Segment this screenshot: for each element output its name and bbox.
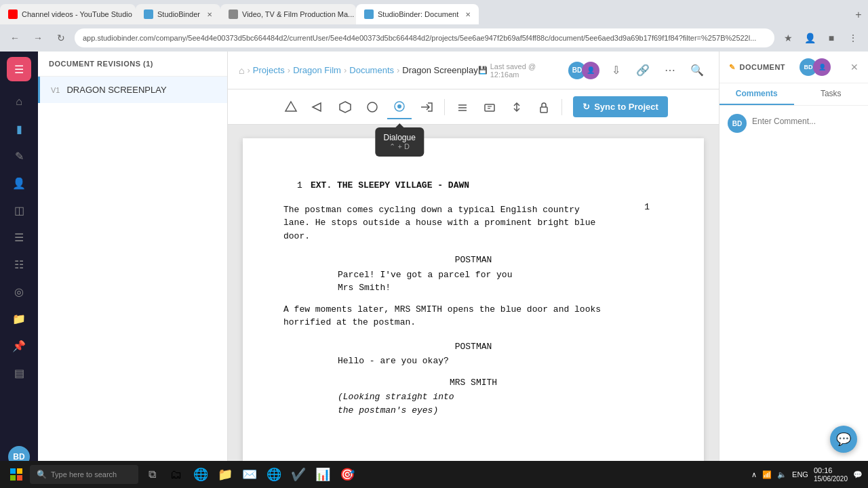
profile-icon[interactable]: 👤 bbox=[800, 28, 819, 47]
svg-marker-1 bbox=[313, 103, 321, 111]
new-tab-button[interactable]: + bbox=[849, 5, 868, 24]
rail-table-icon[interactable]: ☷ bbox=[7, 252, 31, 277]
toolbar-character[interactable] bbox=[333, 95, 357, 119]
tab-tasks[interactable]: Tasks bbox=[794, 83, 869, 105]
toolbar: Dialogue ⌃ + D ↻ Sync bbox=[228, 89, 719, 125]
svg-rect-14 bbox=[10, 468, 16, 474]
right-panel-tabs: Comments Tasks bbox=[719, 83, 868, 106]
breadcrumb-projects[interactable]: Projects bbox=[253, 65, 285, 75]
tab-document[interactable]: StudioBinder: Document ✕ bbox=[356, 4, 479, 24]
tab-sb-close[interactable]: ✕ bbox=[207, 11, 212, 18]
rail-document-icon[interactable]: ▮ bbox=[7, 117, 31, 141]
top-bar-actions: BD 👤 ⇩ 🔗 ⋯ 🔍 bbox=[568, 60, 708, 81]
chat-icon: 💬 bbox=[836, 432, 851, 447]
taskbar-edge[interactable]: 🌐 bbox=[190, 464, 212, 485]
collab-avatar-2: 👤 bbox=[582, 62, 599, 79]
rail-avatar-initials: BD bbox=[13, 452, 24, 462]
character-3: MRS SMITH bbox=[283, 376, 663, 390]
comment-input[interactable] bbox=[752, 114, 860, 129]
tab-doc-close[interactable]: ✕ bbox=[465, 11, 471, 18]
toolbar-transition[interactable] bbox=[414, 95, 439, 119]
toolbar-circle[interactable] bbox=[360, 95, 384, 119]
toolbar-list[interactable] bbox=[450, 95, 475, 119]
tray-notifications[interactable]: 💬 bbox=[853, 470, 863, 479]
taskbar-taskview[interactable]: ⧉ bbox=[141, 464, 163, 485]
sync-icon: ↻ bbox=[583, 102, 590, 112]
taskbar-folder[interactable]: 📁 bbox=[214, 464, 236, 485]
back-button[interactable]: ← bbox=[5, 28, 24, 47]
menu-icon[interactable]: ⋮ bbox=[844, 28, 863, 47]
doc-favicon bbox=[364, 9, 374, 19]
sep1: › bbox=[247, 65, 250, 75]
toolbar-dialogue[interactable]: Dialogue ⌃ + D bbox=[387, 95, 412, 119]
pencil-icon: ✎ bbox=[729, 63, 736, 72]
sync-button[interactable]: ↻ Sync to Project bbox=[573, 96, 668, 117]
toolbar-textbox[interactable] bbox=[477, 95, 502, 119]
taskbar-explorer[interactable]: 🗂 bbox=[165, 464, 187, 485]
rail-person-icon[interactable]: 👤 bbox=[7, 171, 31, 195]
address-input[interactable]: app.studiobinder.com/company/5ee4d4e0037… bbox=[75, 28, 774, 47]
chat-float-button[interactable]: 💬 bbox=[830, 426, 857, 453]
tab-studiobinder[interactable]: StudioBinder ✕ bbox=[136, 4, 220, 24]
svg-marker-0 bbox=[285, 102, 296, 111]
save-text: Last saved @ 12:16am bbox=[490, 62, 560, 79]
tab-sb-label: StudioBinder bbox=[157, 10, 200, 18]
screenplay-page[interactable]: 1 EXT. THE SLEEPY VILLAGE - DAWN 1 The p… bbox=[243, 138, 704, 488]
avatar-group: BD 👤 bbox=[568, 62, 599, 79]
logo-icon: ☰ bbox=[14, 63, 24, 76]
tab-youtube[interactable]: Channel videos - YouTube Studio ✕ bbox=[0, 4, 136, 24]
app-logo[interactable]: ☰ bbox=[7, 57, 31, 81]
tab-vid-label: Video, TV & Film Production Ma... bbox=[242, 10, 354, 18]
scene-heading-text: EXT. THE SLEEPY VILLAGE - DAWN bbox=[311, 179, 636, 192]
home-icon[interactable]: ⌂ bbox=[239, 65, 244, 76]
taskbar-chrome[interactable]: 🌐 bbox=[263, 464, 285, 485]
panel-close-icon[interactable]: ✕ bbox=[850, 62, 859, 73]
sidebar: DOCUMENT REVISIONS (1) V1 DRAGON SCREENP… bbox=[38, 52, 228, 488]
rail-filter-icon[interactable]: ▤ bbox=[7, 361, 31, 385]
taskbar-ppt[interactable]: 📊 bbox=[312, 464, 334, 485]
breadcrumb-documents[interactable]: Documents bbox=[349, 65, 394, 75]
toolbar-action[interactable] bbox=[306, 95, 330, 119]
address-text: app.studiobinder.com/company/5ee4d4e0037… bbox=[83, 34, 756, 42]
taskbar-check[interactable]: ✔️ bbox=[288, 464, 309, 485]
rail-map-icon[interactable]: ◎ bbox=[7, 279, 31, 304]
sidebar-item-v1[interactable]: V1 DRAGON SCREENPLAY bbox=[38, 77, 227, 103]
tab-comments[interactable]: Comments bbox=[719, 83, 794, 105]
toolbar-lock[interactable] bbox=[532, 95, 556, 119]
taskbar-extra[interactable]: 🎯 bbox=[336, 464, 358, 485]
tray-time: 00:16 15/06/2020 bbox=[814, 466, 848, 483]
taskbar-mail[interactable]: ✉️ bbox=[239, 464, 260, 485]
start-button[interactable] bbox=[5, 464, 27, 485]
search-glass-icon: 🔍 bbox=[37, 470, 47, 479]
sidebar-header-text: DOCUMENT REVISIONS (1) bbox=[49, 60, 153, 68]
rail-board-icon[interactable]: ◫ bbox=[7, 198, 31, 222]
rail-pin-icon[interactable]: 📌 bbox=[7, 333, 31, 358]
download-icon[interactable]: ⇩ bbox=[605, 60, 627, 81]
scene-number-right: 1 bbox=[644, 201, 650, 214]
rail-edit-icon[interactable]: ✎ bbox=[7, 144, 31, 168]
forward-button[interactable]: → bbox=[28, 28, 47, 47]
left-rail: ☰ ⌂ ▮ ✎ 👤 ◫ ☰ ☷ ◎ 📁 📌 ▤ BD Made By Leanm… bbox=[0, 52, 38, 488]
editor-area[interactable]: 1 EXT. THE SLEEPY VILLAGE - DAWN 1 The p… bbox=[228, 125, 719, 488]
breadcrumb-film[interactable]: Dragon Film bbox=[293, 65, 341, 75]
extensions-icon[interactable]: ■ bbox=[822, 28, 841, 47]
rail-list-icon[interactable]: ☰ bbox=[7, 225, 31, 249]
save-icon: 💾 bbox=[478, 66, 488, 75]
tab-youtube-label: Channel videos - YouTube Studio bbox=[22, 10, 132, 18]
rail-home-icon[interactable]: ⌂ bbox=[7, 89, 31, 114]
link-icon[interactable]: 🔗 bbox=[632, 60, 654, 81]
toolbar-sort[interactable] bbox=[505, 95, 529, 119]
taskbar-search[interactable]: 🔍 Type here to search bbox=[30, 465, 138, 484]
more-icon[interactable]: ⋯ bbox=[659, 60, 681, 81]
bookmark-icon[interactable]: ★ bbox=[778, 28, 797, 47]
tray-up-arrow[interactable]: ∧ bbox=[751, 470, 757, 479]
search-icon[interactable]: 🔍 bbox=[686, 60, 708, 81]
refresh-button[interactable]: ↻ bbox=[52, 28, 71, 47]
dialogue-1: Parcel! I've got a parcel for you Mrs Sm… bbox=[283, 268, 663, 295]
right-panel-header: ✎ DOCUMENT BD 👤 ✕ bbox=[719, 52, 868, 83]
toolbar-scene-heading[interactable] bbox=[279, 95, 303, 119]
tab-video[interactable]: Video, TV & Film Production Ma... ✕ bbox=[220, 4, 356, 24]
tab-tasks-label: Tasks bbox=[821, 89, 842, 98]
sb-favicon bbox=[144, 9, 153, 19]
rail-folder-icon[interactable]: 📁 bbox=[7, 306, 31, 331]
